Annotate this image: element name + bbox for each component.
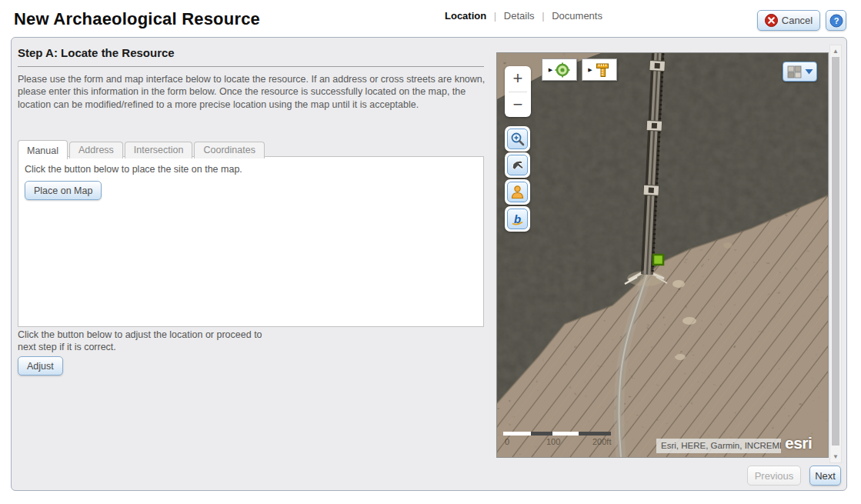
basemap-gallery-icon: [787, 65, 802, 78]
street-person-icon: [510, 185, 525, 199]
location-method-tabs: Manual Address Intersection Coordinates: [18, 140, 266, 159]
step-heading: Step A: Locate the Resource: [18, 46, 175, 59]
wizard-dialog: Step A: Locate the Resource Please use t…: [11, 37, 847, 491]
scale-bar-segments: [503, 432, 617, 436]
cancel-x-icon: [765, 14, 778, 27]
scale-label-0: 0: [505, 437, 509, 446]
tool-button-frame: [507, 155, 528, 175]
state-extent-tool-button[interactable]: [505, 152, 530, 178]
tool-button-frame: [507, 129, 528, 149]
next-button[interactable]: Next: [809, 466, 841, 486]
scale-label-200ft: 200ft: [592, 437, 611, 446]
state-extent-icon: [510, 158, 525, 172]
locate-tool-button[interactable]: ▶: [542, 58, 577, 81]
scale-label-100: 100: [546, 437, 560, 446]
measure-tool-button[interactable]: ▶: [582, 58, 617, 81]
tab-manual[interactable]: Manual: [18, 140, 68, 159]
tool-button-frame: [507, 182, 528, 202]
scroll-up-arrow-icon[interactable]: ▲: [830, 48, 841, 55]
expand-arrow-icon: ▶: [549, 67, 552, 73]
zoom-in-button[interactable]: +: [505, 66, 531, 92]
locate-target-icon: [555, 62, 570, 78]
zoom-window-tool-button[interactable]: [505, 126, 530, 152]
scroll-down-arrow-icon[interactable]: ▼: [830, 453, 841, 460]
site-marker[interactable]: [653, 255, 663, 265]
previous-button[interactable]: Previous: [747, 466, 801, 486]
tab-address[interactable]: Address: [69, 142, 123, 159]
magnifier-plus-icon: [510, 132, 525, 146]
scrollbar-thumb[interactable]: [832, 57, 839, 446]
adjust-instruction-line2: next step if it is correct.: [18, 342, 116, 352]
breadcrumb-documents[interactable]: Documents: [552, 10, 602, 22]
heading-divider: [18, 66, 484, 67]
manual-tab-panel: Click the button below to place the site…: [18, 156, 484, 327]
zoom-control: + −: [505, 66, 531, 117]
map-attribution: Esri, HERE, Garmin, INCREME...: [656, 439, 781, 453]
breadcrumb-location[interactable]: Location: [445, 10, 486, 22]
basemap-gallery-button[interactable]: [783, 62, 817, 82]
breadcrumb-separator: |: [494, 10, 496, 22]
adjust-instruction-line1: Click the button below to adjust the loc…: [18, 329, 262, 340]
breadcrumb: Location | Details | Documents: [445, 10, 602, 22]
dialog-scrollbar[interactable]: ▲ ▼: [829, 45, 842, 463]
question-mark-icon: ?: [829, 14, 843, 28]
satellite-imagery: [497, 53, 828, 457]
page-title: New Archaeological Resource: [14, 9, 260, 29]
bing-maps-icon: b: [510, 212, 525, 226]
esri-logo: esri: [785, 434, 812, 452]
zoom-out-button[interactable]: −: [505, 92, 531, 118]
step-instructions: Please use the form and map interface be…: [18, 73, 486, 111]
tab-intersection[interactable]: Intersection: [125, 142, 193, 159]
tool-button-frame: b: [507, 209, 528, 229]
expand-arrow-icon: ▶: [588, 67, 592, 73]
adjust-button[interactable]: Adjust: [18, 356, 63, 375]
cancel-button[interactable]: Cancel: [757, 10, 820, 31]
breadcrumb-details[interactable]: Details: [504, 10, 535, 22]
breadcrumb-separator: |: [542, 10, 544, 22]
bing-maps-tool-button[interactable]: b: [505, 206, 530, 232]
place-on-map-button[interactable]: Place on Map: [25, 181, 102, 200]
measure-ruler-icon: [595, 62, 611, 78]
place-instruction: Click the button below to place the site…: [25, 164, 483, 175]
adjust-instruction: Click the button below to adjust the loc…: [18, 329, 262, 353]
help-button[interactable]: ?: [826, 10, 846, 31]
tab-coordinates[interactable]: Coordinates: [194, 142, 264, 159]
street-view-tool-button[interactable]: [505, 179, 530, 205]
cancel-button-label: Cancel: [782, 15, 813, 26]
svg-text:?: ?: [833, 16, 839, 25]
map-canvas[interactable]: + − ▶ ▶: [497, 53, 828, 457]
new-archaeological-resource-window: New Archaeological Resource Location | D…: [0, 0, 861, 504]
map-scale-bar: 0 100 200ft: [503, 432, 617, 447]
chevron-down-icon: [805, 68, 813, 75]
